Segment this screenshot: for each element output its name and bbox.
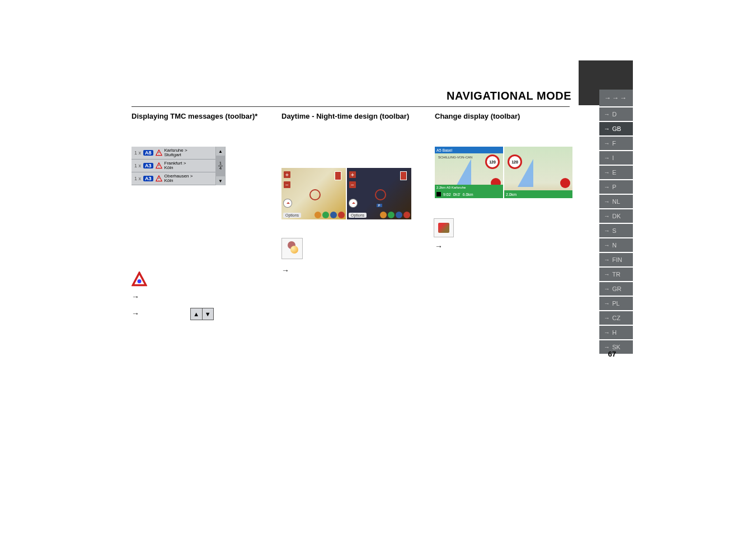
destination-bar: A5 Basel (435, 147, 503, 153)
tmc-route-text: Oberhausen > Köln (165, 174, 193, 183)
country-item-tr[interactable]: →TR (599, 268, 633, 281)
position-marker-icon (309, 189, 321, 200)
up-button[interactable]: ▲ (191, 308, 203, 320)
country-item-h[interactable]: →H (599, 326, 633, 339)
country-item-fin[interactable]: →FIN (599, 253, 633, 266)
compass-icon[interactable] (284, 199, 292, 207)
remaining-time: 0h3' (453, 193, 461, 196)
country-code: PL (612, 300, 619, 307)
next-segment-bar: 2.2km A0 Karlsruhe (435, 185, 503, 190)
toolbar-icon[interactable] (322, 212, 329, 218)
column-heading-daynight: Daytime - Night-time design (toolbar) (281, 112, 409, 120)
scroll-up-button[interactable]: ▲ (216, 147, 225, 156)
destination-flag-icon (335, 171, 341, 180)
down-button[interactable]: ▼ (203, 308, 214, 320)
toolbar-icon[interactable] (314, 212, 321, 218)
compass-button[interactable] (560, 178, 570, 188)
arrow-icon: → (604, 125, 610, 132)
country-code: CZ (612, 315, 621, 321)
country-code: FIN (612, 256, 622, 263)
toggle-3d-view-icon[interactable] (434, 218, 454, 237)
nav-map-pane-right[interactable]: 120 2.0km (504, 147, 572, 198)
country-item-nl[interactable]: →NL (599, 195, 633, 208)
country-item-p[interactable]: →P (599, 180, 633, 194)
country-sidebar-head-icon: →→→ (599, 90, 633, 106)
night-map-pane[interactable]: + − P Options (347, 168, 411, 219)
country-code: I (612, 154, 614, 161)
svg-marker-9 (133, 273, 145, 285)
country-item-s[interactable]: →S (599, 224, 633, 237)
speed-limit-badge: 120 (485, 154, 500, 169)
three-d-shape-icon (438, 223, 449, 233)
tmc-count: 1 x (134, 163, 141, 168)
zoom-controls: + − (349, 171, 356, 188)
page-indicator: 1 4 (218, 161, 223, 171)
tmc-row[interactable]: 1 x A3 Frankfurt > Köln (132, 160, 215, 172)
arrow-icon: → (604, 256, 610, 263)
country-list: →D→GB→F→I→E→P→NL→DK→S→N→FIN→TR→GR→PL→CZ→… (599, 107, 633, 354)
country-code: E (612, 169, 616, 176)
toolbar-icon[interactable] (388, 212, 395, 218)
column-heading-change-display: Change display (toolbar) (435, 112, 520, 120)
country-item-gr[interactable]: →GR (599, 282, 633, 296)
up-down-button-pair: ▲ ▼ (190, 308, 214, 320)
country-item-pl[interactable]: →PL (599, 297, 633, 310)
country-item-gb[interactable]: →GB (599, 122, 633, 135)
toolbar-icon[interactable] (396, 212, 402, 218)
compass-icon[interactable] (349, 199, 357, 207)
destination-flag-icon (400, 171, 407, 180)
arrow-icon: → (281, 266, 289, 275)
toolbar-icon[interactable] (380, 212, 387, 218)
zoom-in-button[interactable]: + (349, 171, 356, 178)
toolbar-icon-strip (380, 212, 410, 218)
zoom-out-button[interactable]: − (349, 181, 356, 188)
tmc-route-text: Frankfurt > Köln (165, 161, 186, 170)
arrow-icon: → (435, 242, 443, 251)
day-night-toggle-icon[interactable] (281, 238, 303, 259)
country-item-d[interactable]: →D (599, 107, 633, 121)
country-item-f[interactable]: →F (599, 137, 633, 150)
position-marker-icon (375, 189, 386, 200)
zoom-controls: + − (284, 171, 290, 188)
country-sidebar: →→→ →D→GB→F→I→E→P→NL→DK→S→N→FIN→TR→GR→PL… (599, 90, 633, 354)
toolbar-icon[interactable] (338, 212, 345, 218)
road-badge: A3 (143, 163, 153, 168)
tmc-row[interactable]: 1 x A3 Oberhausen > Köln (132, 172, 215, 185)
country-item-dk[interactable]: →DK (599, 209, 633, 223)
toolbar-icon[interactable] (330, 212, 337, 218)
arrow-icon: → (604, 227, 610, 234)
warning-triangle-icon (156, 162, 162, 169)
scroll-down-button[interactable]: ▼ (216, 176, 225, 185)
country-item-i[interactable]: →I (599, 151, 633, 165)
arrow-icon: → (604, 315, 610, 321)
page-number: 67 (608, 350, 616, 358)
page-title: NAVIGATIONAL MODE (447, 90, 571, 102)
country-code: TR (612, 271, 621, 278)
arrow-icon: → (604, 111, 610, 118)
country-item-n[interactable]: →N (599, 238, 633, 252)
arrow-icon: → (604, 285, 610, 292)
arrow-icon: → (604, 242, 610, 249)
nav-map-pane-left[interactable]: A5 Basel 120 SCHILLING-VON-CAN 9:02 0h3'… (435, 147, 503, 198)
tmc-count: 1 x (134, 150, 141, 156)
country-item-sk[interactable]: →SK (599, 340, 633, 354)
country-item-e[interactable]: →E (599, 166, 633, 179)
toolbar-icon[interactable] (403, 212, 410, 218)
zoom-in-button[interactable]: + (284, 171, 290, 178)
options-button[interactable]: Options (349, 213, 367, 218)
road-badge: A3 (143, 176, 153, 181)
tmc-row[interactable]: 1 x A8 Karlsruhe > Stuttgart (132, 147, 215, 160)
svg-rect-2 (158, 154, 159, 155)
country-code: GR (612, 285, 622, 292)
day-map-pane[interactable]: + − Options (281, 168, 346, 219)
country-code: H (612, 329, 617, 336)
options-button[interactable]: Options (283, 213, 301, 218)
country-code: F (612, 140, 616, 147)
tmc-warning-icon[interactable] (132, 271, 147, 287)
arrow-icon: → (132, 292, 139, 301)
svg-rect-1 (158, 152, 159, 154)
tmc-scrollbar: ▲ 1 4 ▼ (215, 147, 226, 185)
zoom-out-button[interactable]: − (284, 181, 290, 188)
country-item-cz[interactable]: →CZ (599, 311, 633, 325)
speaker-icon[interactable] (436, 192, 441, 196)
